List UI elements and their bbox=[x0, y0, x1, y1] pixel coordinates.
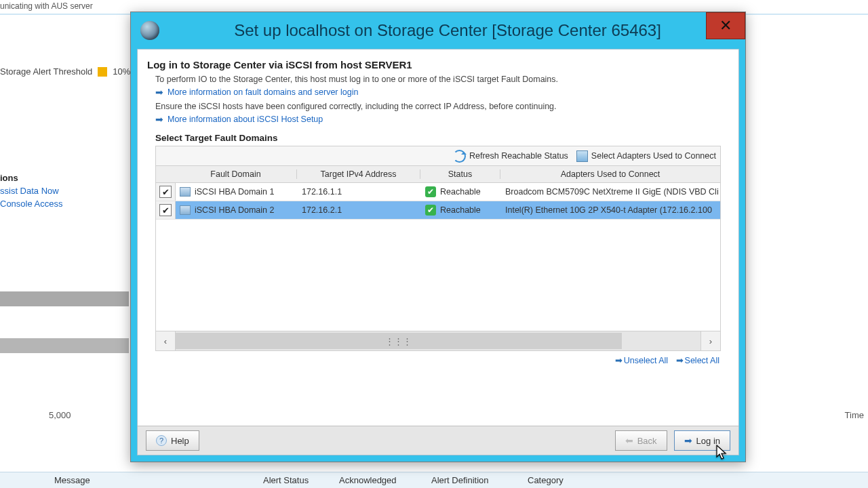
unselect-all-link[interactable]: ➡Unselect All bbox=[615, 356, 668, 365]
col-alert-definition: Alert Definition bbox=[431, 475, 489, 485]
row-checkbox[interactable]: ✔ bbox=[159, 204, 172, 216]
instruction-text-2: Ensure the iSCSI hosts have been configu… bbox=[155, 102, 729, 111]
col-target-ip: Target IPv4 Address bbox=[297, 169, 420, 179]
threshold-swatch-icon bbox=[98, 67, 107, 77]
axis-tick: 5,000 bbox=[49, 410, 71, 420]
select-all-link[interactable]: ➡Select All bbox=[676, 356, 719, 365]
dialog-body: Log in to Storage Center via iSCSI from … bbox=[137, 49, 739, 455]
login-heading: Log in to Storage Center via iSCSI from … bbox=[147, 59, 729, 70]
console-access-link[interactable]: Console Access bbox=[0, 199, 63, 209]
more-info-iscsi-link[interactable]: ➡ More information about iSCSI Host Setu… bbox=[155, 114, 729, 125]
selection-links: ➡Unselect All ➡Select All bbox=[155, 351, 721, 365]
more-info-fault-domains-link[interactable]: ➡ More information on fault domains and … bbox=[155, 87, 729, 98]
table-header: Fault Domain Target IPv4 Address Status … bbox=[155, 166, 721, 183]
arrow-right-icon: ➡ bbox=[155, 114, 163, 125]
arrow-left-icon: ⬅ bbox=[625, 435, 633, 446]
col-acknowledged: Acknowledged bbox=[339, 475, 397, 485]
dialog-footer: ? Help ⬅ Back ➡ Log in bbox=[138, 426, 738, 455]
scroll-right-button[interactable]: › bbox=[701, 331, 720, 350]
section-heading: Select Target Fault Domains bbox=[155, 133, 729, 143]
col-status: Status bbox=[420, 169, 500, 179]
axis-label-time: Time bbox=[845, 410, 864, 420]
chart-bar bbox=[0, 338, 129, 353]
close-button[interactable]: ✕ bbox=[706, 12, 745, 39]
titlebar[interactable]: Set up localhost on Storage Center [Stor… bbox=[131, 12, 745, 49]
scroll-thumb[interactable]: ⋮⋮⋮ bbox=[176, 333, 622, 349]
fault-domain-icon bbox=[180, 205, 191, 215]
chart-bar bbox=[0, 291, 129, 306]
fault-domain-icon bbox=[180, 187, 191, 197]
arrow-right-icon: ➡ bbox=[684, 435, 692, 446]
setup-dialog: Set up localhost on Storage Center [Stor… bbox=[130, 12, 746, 462]
status-ok-icon: ✔ bbox=[425, 205, 436, 216]
refresh-icon bbox=[453, 150, 466, 163]
horizontal-scrollbar[interactable]: ‹ ⋮⋮⋮ › bbox=[155, 331, 721, 351]
refresh-reachable-button[interactable]: Refresh Reachable Status bbox=[453, 150, 568, 163]
col-adapters: Adapters Used to Connect bbox=[500, 169, 720, 179]
table-body: ✔ iSCSI HBA Domain 1 172.16.1.1 ✔Reachab… bbox=[155, 183, 721, 331]
storage-alert-threshold: Storage Alert Threshold 10% bbox=[0, 66, 130, 77]
table-row[interactable]: ✔ iSCSI HBA Domain 1 172.16.1.1 ✔Reachab… bbox=[156, 183, 720, 201]
col-category: Category bbox=[528, 475, 564, 485]
col-message: Message bbox=[54, 475, 90, 485]
help-button[interactable]: ? Help bbox=[146, 430, 199, 451]
back-button[interactable]: ⬅ Back bbox=[615, 430, 667, 451]
alerts-header-strip: Message Alert Status Acknowledged Alert … bbox=[0, 472, 868, 488]
select-adapters-button[interactable]: Select Adapters Used to Connect bbox=[576, 150, 716, 162]
adapter-icon bbox=[576, 150, 588, 162]
table-row[interactable]: ✔ iSCSI HBA Domain 2 172.16.2.1 ✔Reachab… bbox=[156, 201, 720, 220]
scroll-track[interactable]: ⋮⋮⋮ bbox=[176, 331, 701, 350]
dialog-title: Set up localhost on Storage Center [Stor… bbox=[159, 21, 736, 40]
scroll-left-button[interactable]: ‹ bbox=[156, 331, 176, 350]
fault-domain-table: Refresh Reachable Status Select Adapters… bbox=[155, 146, 721, 365]
col-alert-status: Alert Status bbox=[263, 475, 309, 485]
status-ok-icon: ✔ bbox=[425, 186, 436, 197]
arrow-right-icon: ➡ bbox=[155, 87, 163, 98]
status-text: unicating with AUS server bbox=[0, 1, 93, 11]
table-toolbar: Refresh Reachable Status Select Adapters… bbox=[155, 146, 721, 166]
supportassist-link[interactable]: ssist Data Now bbox=[0, 186, 59, 196]
dell-logo-icon bbox=[140, 21, 159, 40]
instruction-text: To perform IO to the Storage Center, thi… bbox=[155, 75, 729, 84]
actions-heading: ions bbox=[0, 173, 18, 183]
help-icon: ? bbox=[156, 435, 167, 446]
login-button[interactable]: ➡ Log in bbox=[674, 430, 730, 451]
row-checkbox[interactable]: ✔ bbox=[159, 186, 172, 198]
close-icon: ✕ bbox=[719, 17, 732, 35]
col-fault-domain: Fault Domain bbox=[175, 169, 297, 179]
